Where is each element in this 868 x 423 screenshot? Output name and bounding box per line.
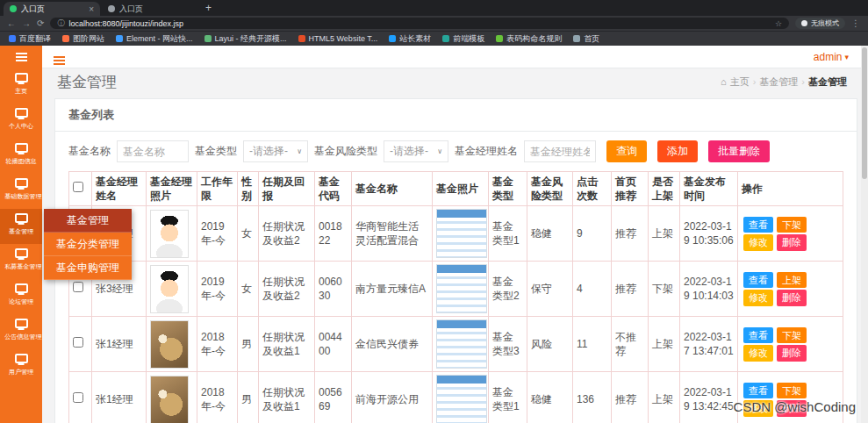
view-button[interactable]: 查看	[743, 217, 773, 233]
back-icon[interactable]: ←	[7, 19, 16, 28]
risk-type-select[interactable]: -请选择- ∨	[384, 140, 448, 162]
bookmark-favicon-icon	[298, 35, 305, 42]
submenu-item[interactable]: 基金申购管理	[44, 256, 132, 280]
edit-button[interactable]: 修改	[743, 345, 773, 362]
username: admin	[814, 51, 843, 63]
reload-icon[interactable]: ⟳	[37, 19, 44, 28]
batch-delete-button[interactable]: 批量删除	[708, 140, 770, 162]
sidebar-item[interactable]: 私募基金管理	[0, 244, 42, 279]
new-tab-button[interactable]: +	[205, 2, 212, 16]
collapse-menu-icon[interactable]	[54, 49, 65, 65]
delete-button[interactable]: 删除	[777, 234, 807, 251]
bookmark-item[interactable]: 首页	[573, 33, 599, 45]
tab-close-icon[interactable]: ×	[89, 4, 94, 14]
sidebar-item[interactable]: 主页	[0, 68, 42, 104]
sidebar-item[interactable]: 轮播图信息	[0, 139, 42, 174]
term-cell: 任期状况及收益2	[259, 262, 315, 317]
row-checkbox[interactable]	[73, 392, 83, 403]
bookmark-item[interactable]: 表码构命名规则	[496, 33, 562, 45]
column-header: 基金代码	[315, 172, 352, 206]
row-checkbox[interactable]	[73, 337, 83, 348]
row-checkbox[interactable]	[73, 282, 83, 292]
sidebar-item[interactable]: 用户管理	[0, 349, 42, 384]
view-button[interactable]: 查看	[743, 327, 773, 344]
recommend-cell: 推荐	[612, 372, 649, 423]
table-row: 张3经理2019年-今女任期状况及收益2006030南方量元臻信A基金类型2保守…	[69, 262, 843, 317]
add-button[interactable]: 添加	[657, 140, 698, 162]
browser-menu-icon[interactable]: ⋮	[851, 19, 861, 28]
bookmark-item[interactable]: 站长素材	[389, 33, 431, 45]
bookmark-item[interactable]: Layui - 经典开源模...	[204, 33, 287, 45]
forward-icon[interactable]: →	[22, 19, 31, 28]
bookmark-favicon-icon	[496, 35, 503, 42]
fund-type-cell: 基金类型3	[489, 317, 527, 372]
browser-tab[interactable]: 入口页×	[4, 2, 100, 16]
fund-name-cell: 华商智能生活灵活配置混合	[352, 206, 433, 262]
fund-name-input[interactable]	[117, 140, 189, 162]
fund-name-label: 基金名称	[68, 144, 111, 159]
shelf-toggle-button[interactable]: 下架	[777, 217, 807, 233]
fund-type-select[interactable]: -请选择- ∨	[243, 140, 308, 162]
gender-cell: 女	[238, 206, 259, 262]
view-button[interactable]: 查看	[743, 272, 773, 289]
edit-button[interactable]: 修改	[743, 234, 773, 251]
term-cell: 任期状况及收益2	[259, 206, 315, 262]
bookmark-item[interactable]: 百度翻译	[9, 33, 51, 45]
bookmark-item[interactable]: 前端模板	[442, 33, 484, 45]
sidebar-item[interactable]: 公告信息管理	[0, 314, 42, 349]
term-cell: 任期状况及收益1	[259, 317, 315, 372]
sidebar-item-label: 公告信息管理	[4, 333, 37, 341]
column-header: 基金名称	[352, 172, 433, 206]
scrollbar-thumb[interactable]	[862, 47, 867, 179]
site-info-icon[interactable]: ⓘ	[57, 18, 64, 28]
actions-cell: 查看上架修改删除	[738, 262, 843, 317]
select-all-checkbox[interactable]	[73, 182, 83, 192]
browser-tab[interactable]: 入口页	[102, 2, 198, 16]
clicks-cell: 11	[573, 317, 612, 372]
monitor-icon	[15, 213, 28, 223]
sidebar-item-label: 用户管理	[4, 368, 37, 376]
bookmark-item[interactable]: Element - 网站快...	[116, 33, 193, 45]
breadcrumb-item[interactable]: 主页	[730, 75, 750, 89]
fund-table-wrap: 基金经理姓名基金经理照片工作年限性别任期及回报基金代码基金名称基金照片基金类型基…	[55, 171, 857, 423]
delete-button[interactable]: 删除	[777, 345, 807, 362]
shelf-toggle-button[interactable]: 下架	[777, 327, 807, 344]
home-icon: ⌂	[721, 76, 727, 87]
bookmark-favicon-icon	[442, 35, 449, 42]
edit-button[interactable]: 修改	[743, 290, 773, 306]
incognito-label: 无痕模式	[811, 18, 839, 28]
sidebar-item[interactable]: 论坛管理	[0, 279, 42, 314]
submenu-item[interactable]: 基金分类管理	[44, 233, 132, 256]
sidebar-menu: 主页个人中心轮播图信息基础数据管理基金管理私募基金管理论坛管理公告信息管理用户管…	[0, 68, 42, 384]
view-button[interactable]: 查看	[743, 383, 773, 399]
sidebar-item[interactable]: 基础数据管理	[0, 174, 42, 209]
actions-cell: 查看下架修改删除	[738, 317, 843, 372]
url-box[interactable]: ⓘ localhost:8080/jijintouzi/index.jsp ☆	[50, 18, 789, 29]
years-cell: 2019年-今	[197, 206, 238, 262]
submenu-item[interactable]: 基金管理	[44, 209, 132, 233]
column-header: 首页推荐	[612, 172, 649, 206]
sidebar-item[interactable]: 个人中心	[0, 104, 42, 139]
fund-list-panel: 基金列表 基金名称 基金类型 -请选择- ∨ 基金风险类型 -请选择- ∨ 基金…	[54, 98, 857, 423]
manager-photo	[150, 265, 189, 313]
caret-down-icon: ▾	[844, 53, 849, 61]
column-header: 基金照片	[433, 172, 489, 206]
shelf-toggle-button[interactable]: 上架	[777, 272, 807, 289]
shelf-toggle-button[interactable]: 下架	[777, 383, 807, 399]
fund-type-cell: 基金类型1	[489, 206, 527, 262]
actions-cell: 查看下架修改删除	[738, 206, 843, 262]
sidebar-item[interactable]: 基金管理	[0, 209, 42, 244]
bookmark-item[interactable]: HTML5 Website T...	[298, 34, 378, 43]
delete-button[interactable]: 删除	[777, 290, 807, 306]
bookmark-label: 百度翻译	[19, 33, 51, 45]
user-menu[interactable]: admin ▾	[814, 51, 849, 63]
fund-table: 基金经理姓名基金经理照片工作年限性别任期及回报基金代码基金名称基金照片基金类型基…	[68, 171, 843, 423]
query-button[interactable]: 查询	[606, 140, 647, 162]
page-scrollbar[interactable]	[861, 46, 868, 423]
manager-name-input[interactable]	[524, 140, 596, 162]
table-header-row: 基金经理姓名基金经理照片工作年限性别任期及回报基金代码基金名称基金照片基金类型基…	[69, 172, 843, 206]
sidebar-burger-icon[interactable]	[0, 46, 42, 68]
bookmark-star-icon[interactable]: ☆	[775, 19, 782, 28]
breadcrumb-item[interactable]: 基金管理	[759, 75, 798, 89]
bookmark-item[interactable]: 图阶网站	[62, 33, 104, 45]
